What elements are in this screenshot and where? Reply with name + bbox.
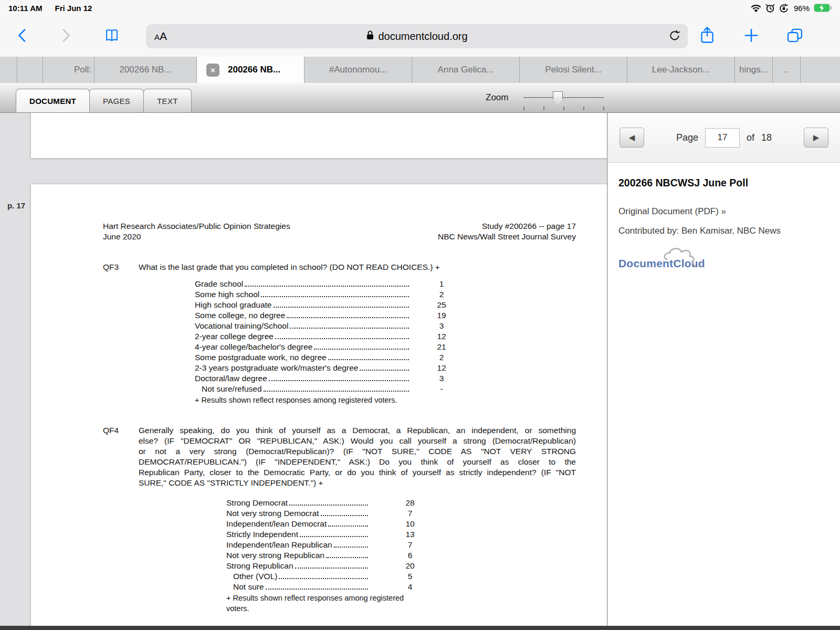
viewer-tab[interactable]: TEXT — [143, 89, 192, 112]
table-row: Not sure/refused - — [195, 384, 453, 394]
viewer-tab-label: DOCUMENT — [29, 97, 76, 106]
row-value: 19 — [430, 310, 453, 321]
share-button[interactable] — [699, 26, 715, 47]
row-value: 7 — [398, 540, 422, 550]
back-button[interactable] — [16, 28, 29, 45]
new-tab-button[interactable] — [743, 28, 759, 45]
viewer-toolbar: DOCUMENTPAGESTEXT Zoom — [0, 83, 840, 113]
tab-close-button[interactable]: × — [206, 64, 219, 77]
row-value: 5 — [398, 571, 422, 582]
document-page-previous — [30, 113, 607, 159]
question-line: else? (IF "DEMOCRAT" OR "REPUBLICAN," AS… — [139, 436, 576, 446]
row-value: 12 — [430, 363, 453, 373]
dot-leader — [314, 349, 409, 350]
table-row: Independent/lean Democrat 10 — [226, 519, 422, 529]
reader-button[interactable]: AA — [154, 30, 167, 43]
url-bar[interactable]: AA documentcloud.org — [146, 24, 688, 48]
document-viewer[interactable]: p. 17 Hart Research Associates/Public Op… — [0, 113, 607, 626]
row-label: Some postgraduate work, no degree — [195, 352, 327, 363]
page-number-input[interactable] — [705, 128, 740, 148]
dot-leader — [287, 317, 409, 318]
browser-tab[interactable]: Poll: — [43, 57, 94, 83]
doc-header-date: June 2020 — [103, 232, 290, 242]
viewer-tab-label: TEXT — [157, 97, 178, 106]
row-label: Other (VOL) — [226, 571, 277, 582]
tab-title: .. — [784, 65, 789, 75]
row-label: Strong Democrat — [226, 498, 288, 508]
dot-leader — [295, 568, 368, 569]
browser-tab[interactable]: .. — [773, 57, 801, 83]
viewer-tab[interactable]: PAGES — [89, 89, 144, 112]
zoom-label: Zoom — [486, 92, 508, 103]
row-label: Independent/lean Democrat — [226, 519, 327, 529]
row-label: Not sure — [226, 582, 264, 592]
row-label: 2-year college degree — [195, 331, 274, 342]
row-value: 28 — [398, 498, 422, 508]
table-row: Grade school 1 — [195, 279, 453, 289]
battery-icon — [814, 4, 832, 12]
row-value: 3 — [430, 321, 453, 331]
tabs-before: Poll:200266 NB... — [43, 57, 197, 83]
table-row: Strong Republican 20 — [226, 561, 422, 571]
dot-leader — [279, 578, 368, 579]
row-label: Doctoral/law degree — [195, 373, 267, 384]
viewer-tab-label: PAGES — [103, 97, 130, 106]
browser-tab[interactable]: #Autonomou... — [304, 57, 412, 83]
table-row: Not very strong Republican 6 — [226, 550, 422, 561]
page-total: 18 — [761, 132, 772, 143]
question-text: Generally speaking, do you think of your… — [139, 425, 576, 488]
row-value: 4 — [398, 582, 422, 592]
doc-header-org: Hart Research Associates/Public Opinion … — [103, 221, 290, 232]
qf3-rows: Grade school 1 Some high school 2 High s — [195, 279, 453, 394]
table-row: 2-year college degree 12 — [195, 331, 453, 342]
reload-button[interactable] — [669, 29, 680, 44]
browser-tab-stub[interactable] — [17, 57, 43, 83]
page-of-label: of — [747, 132, 754, 143]
forward-button[interactable] — [59, 28, 72, 45]
question-line: Generally speaking, do you think of your… — [139, 425, 576, 436]
dot-leader — [360, 370, 409, 371]
original-document-link[interactable]: Original Document (PDF) » — [618, 206, 828, 217]
row-label: Not very strong Democrat — [226, 508, 319, 519]
row-label: Grade school — [195, 279, 243, 289]
zoom-slider-handle[interactable] — [553, 91, 563, 105]
browser-toolbar: AA documentcloud.org — [0, 16, 840, 57]
zoom-slider-ticks — [523, 107, 604, 110]
row-label: Strong Republican — [226, 561, 293, 571]
question-text: What is the last grade that you complete… — [139, 262, 576, 272]
qf3-footnote: + Results shown reflect responses among … — [195, 395, 453, 405]
row-label: Independent/lean Republican — [226, 540, 332, 550]
table-row: Some postgraduate work, no degree 2 — [195, 352, 453, 363]
browser-tab[interactable]: Anna Gelica... — [412, 57, 520, 83]
page-label: Page — [676, 132, 698, 143]
next-page-button[interactable]: ▶ — [804, 128, 828, 148]
tab-title: Anna Gelica... — [438, 65, 494, 75]
browser-tab-active[interactable]: × 200266 NB... — [197, 57, 304, 83]
browser-tab[interactable]: hings... — [735, 57, 773, 83]
contributed-by: Contributed by: Ben Kamisar, NBC News — [618, 226, 828, 236]
tab-overview-button[interactable] — [786, 28, 803, 45]
table-row: Doctoral/law degree 3 — [195, 373, 453, 384]
dot-leader — [290, 328, 409, 329]
tab-title: Poll: — [74, 65, 91, 75]
browser-tab[interactable]: Lee-Jackson... — [627, 57, 735, 83]
viewer-tab[interactable]: DOCUMENT — [16, 89, 90, 112]
browser-tab[interactable]: 200266 NB... — [94, 57, 197, 83]
documentcloud-logo[interactable]: DocumentCloud — [618, 250, 739, 271]
zoom-slider[interactable] — [522, 90, 605, 108]
dot-leader — [328, 526, 368, 527]
question-id: QF4 — [103, 425, 139, 488]
browser-tab-stub[interactable] — [0, 57, 17, 83]
zoom-slider-track — [523, 97, 604, 99]
question-line: SURE," CODE AS "STRICTLY INDEPENDENT.") … — [139, 478, 576, 488]
row-value: 25 — [430, 300, 453, 310]
row-value: - — [430, 384, 453, 394]
tab-title: 200266 NB... — [119, 65, 171, 75]
row-value: 20 — [398, 561, 422, 571]
previous-page-button[interactable]: ◀ — [620, 128, 644, 148]
bookmarks-button[interactable] — [104, 28, 120, 45]
browser-tab[interactable]: Pelosi Silent... — [520, 57, 627, 83]
dot-leader — [266, 589, 368, 590]
row-label: Some high school — [195, 289, 259, 300]
table-row: 4-year college/bachelor's degree 21 — [195, 342, 453, 352]
